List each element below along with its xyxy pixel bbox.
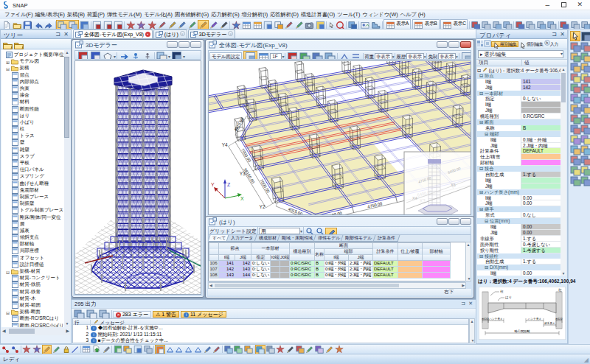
svg-text:柱: 柱 (558, 288, 562, 292)
svg-text:柱D/2: 柱D/2 (555, 318, 562, 321)
svg-text:Y3: Y3 (240, 171, 246, 176)
svg-text:ハンチ長さ: ハンチ長さ (527, 318, 541, 321)
svg-text:Y2: Y2 (260, 204, 266, 209)
svg-text:Z: Z (227, 182, 231, 187)
svg-text:1: 1 (342, 58, 345, 60)
svg-text:Y4: Y4 (222, 142, 228, 147)
svg-text:Y: Y (211, 182, 215, 187)
svg-text:柱: 柱 (500, 290, 504, 293)
svg-text:ハンチ長さ: ハンチ長さ (488, 318, 502, 321)
svg-text:b: b (546, 41, 548, 45)
svg-text:柱D/2: 柱D/2 (482, 318, 488, 321)
svg-text:継手長さ: 継手長さ (544, 321, 555, 325)
svg-text:X: X (240, 196, 244, 201)
